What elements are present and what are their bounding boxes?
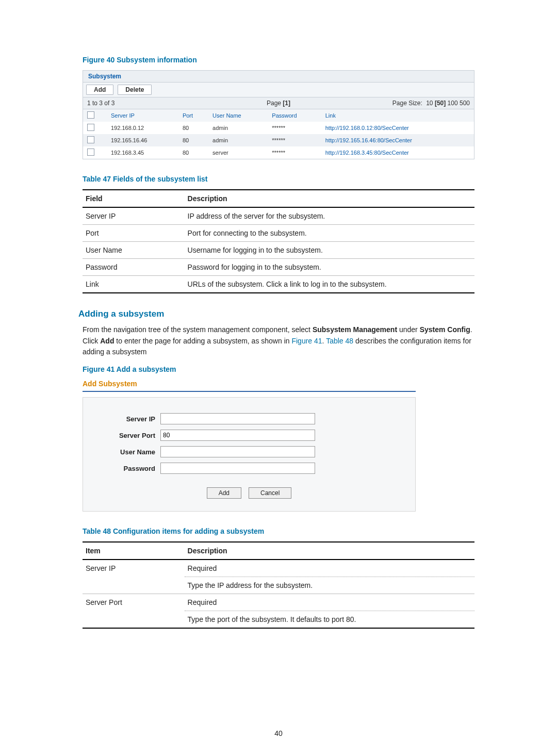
col-password[interactable]: Password [268, 109, 321, 122]
input-server-ip[interactable] [160, 413, 315, 424]
header-desc: Description [185, 542, 474, 560]
page-size-100[interactable]: 100 [448, 100, 458, 107]
page-size-label: Page Size: [392, 100, 422, 107]
row-checkbox[interactable] [87, 124, 94, 131]
subsystem-table-header-row: Server IP Port User Name Password Link [83, 109, 474, 122]
pager-page-current: [1] [283, 100, 290, 107]
cell-user: admin [208, 134, 268, 146]
item-desc-line: Required [185, 560, 474, 577]
doc-table-row: Password Password for logging in to the … [83, 259, 474, 276]
label-server-ip: Server IP [99, 415, 160, 423]
doc-table-row: Link URLs of the subsystem. Click a link… [83, 276, 474, 293]
doc-table-header-row: Item Description [83, 542, 474, 560]
item-name: Server Port [83, 594, 185, 611]
select-all-checkbox[interactable] [87, 111, 94, 119]
form-cancel-button[interactable]: Cancel [249, 487, 291, 499]
page-size-500[interactable]: 500 [460, 100, 470, 107]
item-name-blank [83, 577, 185, 594]
field-desc: Username for logging in to the subsystem… [185, 242, 474, 259]
add-subsystem-figure: Add Subsystem Server IP Server Port User… [83, 380, 474, 512]
item-desc-line: Required [185, 594, 474, 611]
add-button[interactable]: Add [86, 85, 113, 95]
doc-table-row: User Name Username for logging in to the… [83, 242, 474, 259]
label-server-port: Server Port [99, 432, 160, 439]
item-desc-line: Type the port of the subsystem. It defau… [185, 611, 474, 629]
doc-table-row: Server IP IP address of the server for t… [83, 207, 474, 225]
add-subsystem-form: Server IP Server Port User Name Password… [83, 397, 416, 512]
field-name: Password [83, 259, 185, 276]
subsystem-toolbar: Add Delete [83, 83, 474, 97]
field-name: Port [83, 225, 185, 242]
table-row: 192.168.3.45 80 server ****** http://192… [83, 146, 474, 159]
cell-port: 80 [178, 146, 208, 159]
subsystem-table: Server IP Port User Name Password Link 1… [83, 109, 474, 159]
cell-user: server [208, 146, 268, 159]
form-row-user-name: User Name [99, 446, 400, 457]
cell-user: admin [208, 122, 268, 134]
doc-table-row: Server IP Required [83, 560, 474, 577]
row-checkbox[interactable] [87, 136, 94, 143]
table-47-caption: Table 47 Fields of the subsystem list [83, 175, 474, 183]
table-48-link[interactable]: Table 48 [326, 337, 353, 345]
form-add-button[interactable]: Add [207, 487, 241, 499]
figure-41-caption: Figure 41 Add a subsystem [83, 365, 474, 373]
pager-page-label: Page [267, 100, 281, 107]
para-text: . [322, 337, 326, 345]
field-desc: URLs of the subsystem. Click a link to l… [185, 276, 474, 293]
col-user-name[interactable]: User Name [208, 109, 268, 122]
col-port[interactable]: Port [178, 109, 208, 122]
para-text: under [397, 325, 420, 334]
doc-table-row: Port Port for connecting to the subsyste… [83, 225, 474, 242]
col-link[interactable]: Link [321, 109, 474, 122]
field-desc: Port for connecting to the subsystem. [185, 225, 474, 242]
table-row: 192.168.0.12 80 admin ****** http://192.… [83, 122, 474, 134]
form-button-row: Add Cancel [99, 487, 400, 499]
label-user-name: User Name [99, 448, 160, 456]
input-password[interactable] [160, 463, 315, 474]
label-password: Password [99, 465, 160, 472]
cell-link[interactable]: http://192.165.16.46:80/SecCenter [325, 137, 412, 143]
doc-table-header-row: Field Description [83, 190, 474, 207]
input-server-port[interactable] [160, 430, 315, 441]
doc-table-row: Server Port Required [83, 594, 474, 611]
page-number: 40 [0, 729, 557, 737]
field-name: Link [83, 276, 185, 293]
col-server-ip[interactable]: Server IP [107, 109, 178, 122]
pager-range: 1 to 3 of 3 [87, 100, 202, 107]
page-size-10[interactable]: 10 [426, 100, 433, 107]
figure-40-caption: Figure 40 Subsystem information [83, 56, 474, 64]
form-row-password: Password [99, 463, 400, 474]
field-desc: Password for logging in to the subsystem… [185, 259, 474, 276]
figure-41-link[interactable]: Figure 41 [291, 337, 322, 345]
add-subsystem-form-title: Add Subsystem [83, 380, 416, 392]
table-48-caption: Table 48 Configuration items for adding … [83, 527, 474, 535]
cell-password: ****** [268, 122, 321, 134]
para-text: to enter the page for adding a subsystem… [114, 337, 291, 345]
cell-port: 80 [178, 134, 208, 146]
cell-port: 80 [178, 122, 208, 134]
cell-link[interactable]: http://192.168.0.12:80/SecCenter [325, 125, 409, 131]
page-size-50[interactable]: [50] [435, 100, 446, 107]
table-47: Field Description Server IP IP address o… [83, 189, 474, 293]
header-item: Item [83, 542, 185, 560]
para-text: From the navigation tree of the system m… [83, 325, 313, 334]
form-row-server-port: Server Port [99, 430, 400, 441]
field-name: User Name [83, 242, 185, 259]
cell-server-ip: 192.168.0.12 [107, 122, 178, 134]
item-desc-line: Type the IP address for the subsystem. [185, 577, 474, 594]
para-bold: System Config [420, 325, 470, 334]
row-checkbox[interactable] [87, 149, 94, 156]
table-48: Item Description Server IP Required Type… [83, 541, 474, 629]
delete-button[interactable]: Delete [118, 85, 152, 95]
input-user-name[interactable] [160, 446, 315, 457]
cell-password: ****** [268, 146, 321, 159]
cell-password: ****** [268, 134, 321, 146]
table-row: 192.165.16.46 80 admin ****** http://192… [83, 134, 474, 146]
cell-server-ip: 192.168.3.45 [107, 146, 178, 159]
heading-adding-subsystem: Adding a subsystem [78, 309, 474, 319]
subsystem-pager: 1 to 3 of 3 Page [1] Page Size: 10 [50] … [83, 97, 474, 109]
item-name: Server IP [83, 560, 185, 577]
form-row-server-ip: Server IP [99, 413, 400, 424]
field-name: Server IP [83, 207, 185, 225]
cell-link[interactable]: http://192.168.3.45:80/SecCenter [325, 150, 409, 156]
